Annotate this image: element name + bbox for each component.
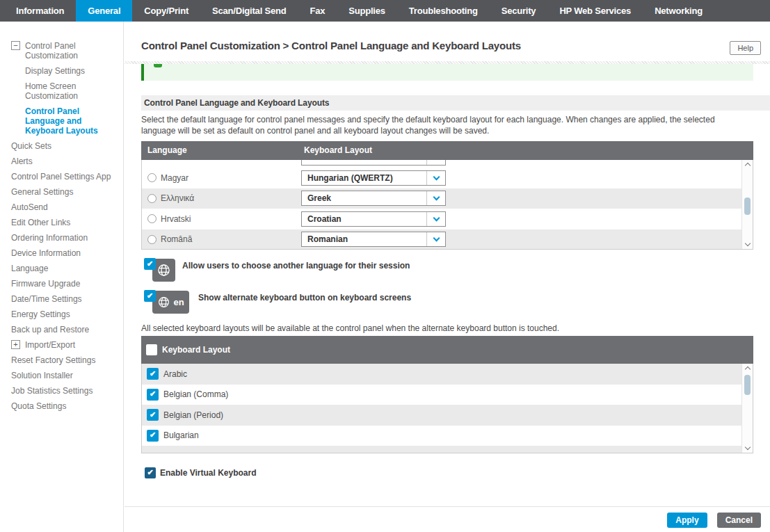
sidebar-item-firmware-upgrade[interactable]: Firmware Upgrade	[0, 276, 123, 291]
language-table-body: MagyarHungarian (QWERTZ)ΕλληνικάGreekHrv…	[141, 160, 753, 250]
sidebar-item-display-settings[interactable]: Display Settings	[0, 63, 123, 79]
keyboard-layout-select[interactable]: Romanian	[301, 232, 446, 247]
sidebar-item-control-panel-settings-app[interactable]: Control Panel Settings App	[0, 169, 123, 184]
keyboard-layout-checkbox[interactable]	[147, 409, 159, 421]
expand-icon[interactable]: +	[11, 340, 20, 349]
sidebar-item-general-settings[interactable]: General Settings	[0, 184, 123, 200]
language-row-: ΕλληνικάGreek	[142, 188, 741, 209]
help-button[interactable]: Help	[730, 41, 761, 55]
nav-tab-general[interactable]: General	[76, 0, 132, 22]
globe-icon	[157, 263, 171, 277]
keyboard-layout-select[interactable]: Croatian	[301, 211, 446, 227]
keyboard-row-belgian-period: Belgian (Period)	[142, 405, 741, 426]
keyboard-table-scrollbar[interactable]	[741, 364, 753, 453]
scroll-down-icon[interactable]	[742, 444, 753, 453]
nav-tab-troubleshooting[interactable]: Troubleshooting	[397, 0, 490, 22]
sidebar-item-label: Energy Settings	[11, 309, 118, 319]
sidebar-item-label: Ordering Information	[11, 233, 118, 243]
cancel-button[interactable]: Cancel	[717, 513, 761, 528]
scroll-up-icon[interactable]	[742, 364, 753, 373]
sidebar-item-label: AutoSend	[11, 202, 118, 212]
keyboard-table-body: ArabicBelgian (Comma)Belgian (Period)Bul…	[141, 364, 753, 453]
keyboard-layout-label: Belgian (Period)	[163, 410, 223, 420]
virtual-keyboard-label: Enable Virtual Keyboard	[160, 468, 257, 478]
allow-language-checkbox[interactable]	[144, 258, 156, 270]
scrollbar-thumb[interactable]	[744, 375, 751, 395]
keyboard-layout-checkbox[interactable]	[147, 389, 159, 401]
keyboard-layout-select[interactable]: Hungarian (QWERTZ)	[301, 170, 446, 186]
sidebar-item-label: Back up and Restore	[11, 325, 118, 334]
sidebar-item-autosend[interactable]: AutoSend	[0, 200, 123, 215]
sidebar-item-ordering-information[interactable]: Ordering Information	[0, 230, 123, 245]
language-radio[interactable]	[147, 214, 157, 223]
apply-button[interactable]: Apply	[667, 513, 707, 528]
collapse-icon[interactable]: −	[11, 41, 20, 50]
language-radio[interactable]	[147, 235, 157, 244]
sidebar-item-back-up-and-restore[interactable]: Back up and Restore	[0, 322, 123, 337]
sidebar-item-import-export[interactable]: +Import/Export	[0, 337, 123, 353]
sidebar-item-reset-factory-settings[interactable]: Reset Factory Settings	[0, 353, 123, 368]
sidebar-item-label: Device Information	[11, 248, 118, 258]
keyboard-layout-label: Arabic	[163, 369, 187, 379]
footer-divider	[125, 506, 770, 507]
sidebar-item-control-panel-customization[interactable]: −Control Panel Customization	[0, 38, 123, 63]
sidebar-item-label: Job Statistics Settings	[11, 386, 118, 396]
sidebar-item-label: Display Settings	[25, 66, 118, 76]
language-table-scrollbar[interactable]	[741, 160, 753, 249]
sidebar-item-edit-other-links[interactable]: Edit Other Links	[0, 215, 123, 230]
sidebar-item-label: Control Panel Customization	[25, 41, 118, 61]
scroll-up-icon[interactable]	[742, 160, 753, 169]
breadcrumb: Control Panel Customization > Control Pa…	[141, 40, 521, 51]
nav-tab-fax[interactable]: Fax	[298, 0, 337, 22]
globe-en-button[interactable]: en	[152, 291, 189, 314]
sidebar-item-energy-settings[interactable]: Energy Settings	[0, 307, 123, 322]
virtual-keyboard-checkbox[interactable]	[145, 467, 156, 478]
keyboard-layout-select-fragment	[301, 160, 446, 166]
nav-tab-supplies[interactable]: Supplies	[337, 0, 397, 22]
nav-tab-copy-print[interactable]: Copy/Print	[132, 0, 200, 22]
sidebar-item-home-screen-customization[interactable]: Home Screen Customization	[0, 79, 123, 104]
nav-tab-security[interactable]: Security	[490, 0, 548, 22]
sidebar-item-label: Quick Sets	[11, 141, 118, 151]
sidebar-item-label: General Settings	[11, 187, 118, 197]
nav-tab-information[interactable]: Information	[4, 0, 76, 22]
language-table-body-rows: MagyarHungarian (QWERTZ)ΕλληνικάGreekHrv…	[142, 160, 741, 249]
scroll-down-icon[interactable]	[742, 240, 753, 249]
nav-tab-scan-digital-send[interactable]: Scan/Digital Send	[200, 0, 298, 22]
sidebar-item-solution-installer[interactable]: Solution Installer	[0, 368, 123, 383]
keyboard-layout-checkbox[interactable]	[147, 368, 159, 380]
language-row-hrvatski: HrvatskiCroatian	[142, 209, 741, 229]
sidebar-item-alerts[interactable]: Alerts	[0, 154, 123, 169]
sidebar-item-quota-settings[interactable]: Quota Settings	[0, 398, 123, 414]
main-content: Control Panel Customization > Control Pa…	[125, 22, 770, 532]
language-radio[interactable]	[147, 173, 157, 182]
sidebar-item-device-information[interactable]: Device Information	[0, 245, 123, 261]
keyboard-layout-select[interactable]: Greek	[301, 191, 446, 206]
sidebar-item-quick-sets[interactable]: Quick Sets	[0, 138, 123, 154]
language-radio[interactable]	[147, 194, 157, 203]
alternate-keyboard-label: Show alternate keyboard button on keyboa…	[198, 293, 411, 303]
keyboard-layout-checkbox[interactable]	[147, 430, 159, 442]
keyboard-table-header: Keyboard Layout	[141, 336, 753, 364]
success-icon	[154, 64, 162, 67]
sidebar-item-language[interactable]: Language	[0, 261, 123, 276]
nav-tab-networking[interactable]: Networking	[643, 0, 714, 22]
select-all-checkbox[interactable]	[146, 344, 157, 355]
sidebar-item-job-statistics-settings[interactable]: Job Statistics Settings	[0, 383, 123, 398]
sidebar-item-label: Control Panel Settings App	[11, 172, 118, 182]
sidebar-nav: −Control Panel CustomizationDisplay Sett…	[0, 22, 124, 532]
sidebar-item-label: Import/Export	[25, 340, 118, 350]
virtual-keyboard-option: Enable Virtual Keyboard	[145, 467, 257, 478]
section-description: Select the default language for control …	[141, 114, 749, 136]
scrollbar-thumb[interactable]	[744, 198, 751, 215]
language-label: Hrvatski	[161, 214, 301, 224]
keyboard-row-bulgarian: Bulgarian	[142, 426, 741, 446]
alternate-keyboard-checkbox[interactable]	[144, 290, 156, 302]
sidebar-item-date-time-settings[interactable]: Date/Time Settings	[0, 291, 123, 307]
keyboard-row-belgian-comma: Belgian (Comma)	[142, 385, 741, 405]
hp-ews-window: InformationGeneralCopy/PrintScan/Digital…	[0, 0, 770, 532]
chevron-down-icon	[426, 232, 445, 246]
sidebar-item-control-panel-language-and-keyboard-layouts[interactable]: Control Panel Language and Keyboard Layo…	[0, 104, 123, 138]
keyboard-layouts-note: All selected keyboard layouts will be av…	[141, 323, 559, 333]
nav-tab-hp-web-services[interactable]: HP Web Services	[547, 0, 643, 22]
